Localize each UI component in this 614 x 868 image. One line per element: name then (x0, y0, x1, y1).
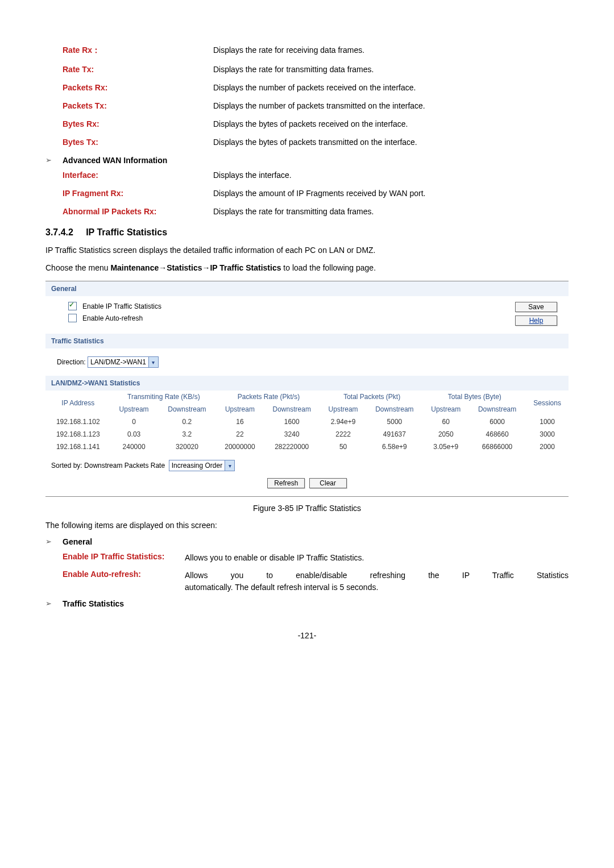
def-desc: Displays the rate for receiving data fra… (213, 45, 569, 56)
table-cell: 2050 (424, 428, 468, 441)
def-desc: Allows you to enable/disable refreshing … (185, 570, 569, 593)
def-row: Bytes Rx:Displays the bytes of packets r… (45, 119, 569, 128)
refresh-button[interactable]: Refresh (267, 478, 305, 488)
paragraph: IP Traffic Statistics screen displays th… (45, 244, 569, 256)
table-cell: 3.2 (157, 428, 217, 441)
sorted-by-label: Sorted by: (51, 462, 82, 470)
table-cell: 1600 (263, 416, 321, 428)
adv-wan-heading: Advanced WAN Information (63, 156, 167, 165)
def-label: Abnormal IP Packets Rx: (63, 207, 213, 216)
checkbox-auto-refresh[interactable] (68, 314, 77, 322)
paragraph: The following items are displayed on thi… (45, 520, 569, 531)
table-cell: 20000000 (217, 441, 263, 453)
direction-value: LAN/DMZ->WAN1 (88, 358, 148, 366)
table-cell: 2222 (321, 428, 366, 441)
def-row: Rate Rx：Displays the rate for receiving … (45, 45, 569, 56)
table-cell: 5000 (366, 416, 423, 428)
table-cell: 240000 (111, 441, 157, 453)
def-desc: Displays the rate for transmitting data … (213, 207, 569, 216)
def-row: Bytes Tx:Displays the bytes of packets t… (45, 138, 569, 147)
def-desc: Displays the interface. (213, 171, 569, 180)
table-cell: 0.2 (157, 416, 217, 428)
def-label: Bytes Rx: (63, 119, 213, 128)
table-cell: 192.168.1.141 (45, 441, 111, 453)
def-desc: Displays the rate for transmitting data … (213, 65, 569, 74)
band-general: General (45, 281, 569, 296)
table-cell: 3000 (526, 428, 569, 441)
def-label: Interface: (63, 171, 213, 180)
chevron-down-icon: ▾ (225, 460, 234, 471)
col-group-bytes: Total Bytes (Byte) (424, 391, 526, 403)
general-heading: General (63, 537, 92, 546)
direction-label: Direction: (57, 358, 86, 366)
table-row: 192.168.1.10200.21616002.94e+95000606000… (45, 416, 569, 428)
col-sessions: Sessions (526, 391, 569, 416)
checkbox-enable-stats[interactable] (68, 302, 77, 310)
checkbox-label: Enable Auto-refresh (82, 314, 143, 322)
def-row: Enable IP Traffic Statistics: Allows you… (45, 552, 569, 564)
def-row: IP Fragment Rx:Displays the amount of IP… (45, 189, 569, 198)
table-cell: 60 (424, 416, 468, 428)
def-label: IP Fragment Rx: (63, 189, 213, 198)
def-row: Abnormal IP Packets Rx:Displays the rate… (45, 207, 569, 216)
bullet-arrow: ➢ (45, 537, 63, 546)
table-cell: 282220000 (263, 441, 321, 453)
def-label: Packets Tx: (63, 101, 213, 110)
paragraph: Choose the menu Maintenance→Statistics→I… (45, 262, 569, 274)
def-row: Packets Tx:Displays the number of packet… (45, 101, 569, 110)
col-group-pkt-rate: Packets Rate (Pkt/s) (217, 391, 321, 403)
bullet-arrow: ➢ (45, 156, 63, 165)
table-cell: 22 (217, 428, 263, 441)
save-button[interactable]: Save (515, 302, 557, 312)
stats-table: IP Address Transmiting Rate (KB/s) Packe… (45, 391, 569, 453)
sub-up: Upstream (424, 403, 468, 416)
def-label: Enable Auto-refresh: (63, 570, 185, 593)
sub-down: Downstream (263, 403, 321, 416)
table-cell: 192.168.1.123 (45, 428, 111, 441)
section-title: IP Traffic Statistics (86, 227, 167, 237)
table-cell: 491637 (366, 428, 423, 441)
ip-traffic-screenshot: General Enable IP Traffic Statistics Ena… (45, 281, 569, 497)
table-row: 192.168.1.141240000320020200000002822200… (45, 441, 569, 453)
table-cell: 0 (111, 416, 157, 428)
def-desc: Displays the bytes of packets transmitte… (213, 138, 569, 147)
table-row: 192.168.1.1230.033.222324022224916372050… (45, 428, 569, 441)
table-cell: 468660 (468, 428, 526, 441)
table-cell: 3240 (263, 428, 321, 441)
direction-select[interactable]: LAN/DMZ->WAN1 ▾ (88, 356, 159, 368)
table-cell: 192.168.1.102 (45, 416, 111, 428)
table-cell: 6000 (468, 416, 526, 428)
def-label: Rate Rx： (63, 45, 213, 56)
section-number: 3.7.4.2 (45, 227, 73, 237)
bullet-arrow: ➢ (45, 599, 63, 608)
sort-order-select[interactable]: Increasing Order ▾ (169, 460, 235, 471)
sub-down: Downstream (157, 403, 217, 416)
help-button[interactable]: Help (515, 315, 557, 326)
def-desc: Displays the amount of IP Fragments rece… (213, 189, 569, 198)
def-label: Enable IP Traffic Statistics: (63, 552, 185, 564)
table-cell: 2.94e+9 (321, 416, 366, 428)
sub-up: Upstream (217, 403, 263, 416)
sub-down: Downstream (366, 403, 423, 416)
def-desc: Displays the number of packets transmitt… (213, 101, 569, 110)
chevron-down-icon: ▾ (148, 357, 158, 367)
sub-down: Downstream (468, 403, 526, 416)
checkbox-label: Enable IP Traffic Statistics (82, 302, 161, 310)
def-row: Packets Rx:Displays the number of packet… (45, 83, 569, 92)
sub-up: Upstream (111, 403, 157, 416)
sub-up: Upstream (321, 403, 366, 416)
sorted-by-value: Downstream Packets Rate (84, 462, 165, 470)
col-ip: IP Address (45, 391, 111, 416)
table-cell: 16 (217, 416, 263, 428)
def-row: Enable Auto-refresh: Allows you to enabl… (45, 570, 569, 593)
table-cell: 1000 (526, 416, 569, 428)
def-label: Rate Tx: (63, 65, 213, 74)
def-label: Bytes Tx: (63, 138, 213, 147)
traffic-heading: Traffic Statistics (63, 599, 124, 608)
table-cell: 0.03 (111, 428, 157, 441)
sort-order-value: Increasing Order (169, 462, 225, 470)
figure-caption: Figure 3-85 IP Traffic Statistics (45, 504, 569, 513)
col-group-rate: Transmiting Rate (KB/s) (111, 391, 217, 403)
clear-button[interactable]: Clear (309, 478, 347, 488)
section-heading: 3.7.4.2 IP Traffic Statistics (45, 227, 569, 238)
